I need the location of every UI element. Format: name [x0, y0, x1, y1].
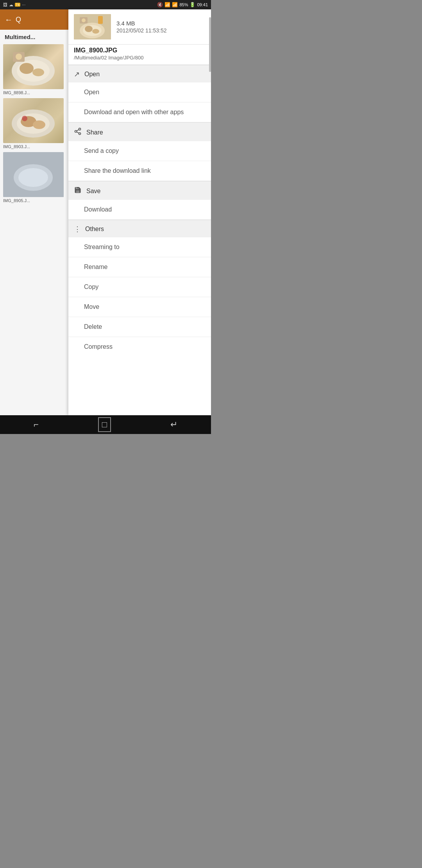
- filename: IMG_8900.JPG: [68, 45, 211, 55]
- battery-text: 85%: [179, 2, 188, 7]
- list-item: IMG_8905.J...: [0, 151, 68, 204]
- mute-icon: 🔇: [157, 2, 163, 7]
- file-path: /Multimedia/02 Image/JPG/800: [68, 55, 211, 65]
- svg-point-22: [79, 128, 81, 130]
- home-button[interactable]: □: [98, 417, 111, 432]
- svg-point-10: [22, 116, 27, 121]
- signal-icon: 📶: [172, 2, 178, 7]
- nav-bar: ⌐ □ ↵: [0, 415, 211, 434]
- share-icon: [74, 127, 82, 137]
- svg-point-5: [16, 54, 22, 60]
- gallery-icon: 🖼: [3, 2, 7, 7]
- notification-badge: 74: [15, 3, 20, 7]
- item-label-2: IMG_8903.J...: [3, 144, 30, 149]
- copy-item[interactable]: Copy: [68, 277, 211, 297]
- thumbnail-2: [3, 98, 64, 143]
- weather-icon: ☁: [9, 2, 13, 7]
- svg-point-24: [79, 133, 81, 135]
- time-display: 09:41: [197, 2, 208, 7]
- download-open-item[interactable]: Download and open with other apps: [68, 102, 211, 122]
- save-icon: [74, 186, 82, 196]
- svg-point-3: [32, 68, 44, 76]
- streaming-item[interactable]: Streaming to: [68, 237, 211, 257]
- svg-line-26: [77, 129, 79, 131]
- status-icons: 🖼 ☁ 74 ···: [3, 2, 25, 7]
- file-size: 3.4 MB: [116, 20, 166, 27]
- more-icon: ···: [22, 2, 25, 7]
- others-icon: ⋮: [74, 225, 80, 233]
- open-icon: ↗: [74, 70, 80, 79]
- svg-point-23: [75, 131, 77, 133]
- scroll-indicator: [209, 17, 211, 72]
- svg-point-20: [82, 18, 86, 22]
- bg-section-header: Multimed...: [0, 30, 68, 43]
- open-default-item[interactable]: Open: [68, 82, 211, 102]
- move-item[interactable]: Move: [68, 297, 211, 317]
- svg-rect-21: [98, 16, 103, 24]
- context-menu-panel: 3.4 MB 2012/05/02 11:53:52 IMG_8900.JPG …: [68, 9, 211, 415]
- item-label-3: IMG_8905.J...: [3, 198, 30, 203]
- file-info: 3.4 MB 2012/05/02 11:53:52: [116, 20, 166, 34]
- bg-grid: IMG_8898.J... IMG_8903.J...: [0, 43, 68, 204]
- status-bar: 🖼 ☁ 74 ··· 🔇 📶 📶 85% 🔋 09:41: [0, 0, 211, 9]
- delete-item[interactable]: Delete: [68, 317, 211, 337]
- wifi-icon: 📶: [165, 2, 170, 7]
- download-item[interactable]: Download: [68, 200, 211, 220]
- section-label-open: Open: [84, 71, 100, 78]
- battery-icon: 🔋: [190, 2, 195, 7]
- bg-title: Q: [16, 16, 21, 24]
- svg-point-17: [85, 26, 93, 32]
- section-header-others: ⋮ Others: [68, 220, 211, 237]
- file-date: 2012/05/02 11:53:52: [116, 27, 166, 34]
- file-thumbnail: [74, 14, 111, 39]
- rename-item[interactable]: Rename: [68, 257, 211, 277]
- section-header-save: Save: [68, 181, 211, 200]
- list-item: IMG_8898.J...: [0, 43, 68, 97]
- share-link-item[interactable]: Share the download link: [68, 161, 211, 181]
- list-item: IMG_8903.J...: [0, 97, 68, 151]
- svg-point-13: [18, 168, 48, 187]
- back-button[interactable]: ↵: [163, 416, 185, 433]
- bg-toolbar: ← Q: [0, 9, 68, 30]
- section-label-save: Save: [86, 188, 100, 195]
- thumbnail-1: [3, 44, 64, 89]
- section-label-others: Others: [85, 226, 104, 233]
- section-header-open: ↗ Open: [68, 65, 211, 82]
- svg-line-25: [77, 132, 79, 133]
- compress-item[interactable]: Compress: [68, 337, 211, 357]
- section-header-share: Share: [68, 122, 211, 141]
- item-label-1: IMG_8898.J...: [3, 90, 30, 95]
- background-app: ← Q Multimed... IMG_8898.J...: [0, 9, 68, 415]
- file-header: 3.4 MB 2012/05/02 11:53:52: [68, 9, 211, 45]
- back-arrow-icon: ←: [5, 15, 13, 24]
- svg-point-9: [33, 120, 45, 129]
- svg-point-2: [20, 63, 34, 74]
- recent-apps-button[interactable]: ⌐: [26, 416, 46, 433]
- svg-point-18: [92, 29, 99, 34]
- send-copy-item[interactable]: Send a copy: [68, 141, 211, 161]
- thumbnail-3: [3, 152, 64, 197]
- section-label-share: Share: [86, 129, 103, 136]
